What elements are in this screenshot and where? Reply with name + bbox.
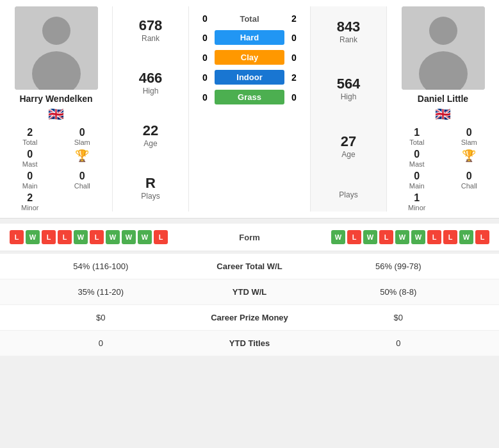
indoor-left-score: 0 <box>195 72 215 83</box>
left-player-name: Harry Wendelken <box>19 94 92 104</box>
right-form-badges: WLWLWWLLWL <box>288 230 490 244</box>
total-label: Total <box>215 14 284 24</box>
career-stat-row: 35% (11-20)YTD W/L50% (8-8) <box>0 279 499 305</box>
left-sl-3: Main <box>22 182 38 190</box>
indoor-right-score: 2 <box>284 72 304 83</box>
indoor-row: 0 Indoor 2 <box>195 67 304 87</box>
form-badge-right: L <box>443 230 457 244</box>
form-badge-left: W <box>138 230 152 244</box>
left-mid-panel: 678 Rank 466 High 22 Age R Plays <box>112 6 189 212</box>
left-trophy-item: 🏆 <box>59 149 106 168</box>
form-badge-left: W <box>74 230 88 244</box>
left-rank-value: 678 <box>139 17 163 34</box>
left-player-stats: 2Total0Slam0Mast🏆0Main0Chall2Minor <box>3 127 109 212</box>
form-badge-left: L <box>10 230 24 244</box>
grass-row: 0 Grass 0 <box>195 87 304 107</box>
career-stat-row: $0Career Prize Money$0 <box>0 305 499 331</box>
left-stat-item: 2Total <box>6 127 54 146</box>
right-high-value: 564 <box>337 76 361 92</box>
form-badge-right: L <box>347 230 361 244</box>
svg-point-4 <box>429 17 457 45</box>
clay-row: 0 Clay 0 <box>195 47 304 67</box>
right-player-silhouette <box>402 6 485 90</box>
right-age-value: 27 <box>341 133 356 150</box>
left-sl-4: Chall <box>74 182 90 190</box>
grass-right-score: 0 <box>284 92 304 103</box>
hard-left-score: 0 <box>195 33 215 43</box>
right-high-stat: 564 High <box>337 72 361 105</box>
left-form-badges: LWLLWLWWWL <box>10 230 211 244</box>
left-sl-1: Slam <box>74 138 90 146</box>
left-mast-v: 0 <box>27 149 33 160</box>
left-rank-label: Rank <box>142 34 160 43</box>
hard-badge: Hard <box>215 30 284 45</box>
rs-main: 0Main <box>393 170 441 190</box>
left-player-flag: 🇬🇧 <box>48 106 64 122</box>
left-sv-4: 0 <box>79 170 85 182</box>
courts-panel: 0 Total 2 0 Hard 0 0 Clay 0 0 Indoor 2 0 <box>189 6 310 212</box>
right-player-flag: 🇬🇧 <box>435 106 451 122</box>
left-age-label: Age <box>143 139 157 148</box>
career-stats-section: 54% (116-100)Career Total W/L56% (99-78)… <box>0 254 499 356</box>
left-player-card: Harry Wendelken 🇬🇧 2Total0Slam0Mast🏆0Mai… <box>0 6 112 212</box>
form-badge-left: L <box>154 230 168 244</box>
left-plays-label: Plays <box>141 192 160 201</box>
career-stat-label: YTD W/L <box>192 287 307 297</box>
left-high-label: High <box>143 87 159 95</box>
indoor-badge: Indoor <box>215 70 284 85</box>
left-high-value: 466 <box>139 70 163 87</box>
left-stat-item: 0Chall <box>59 170 106 190</box>
total-row: 0 Total 2 <box>195 10 304 28</box>
left-plays-stat: R Plays <box>141 171 160 204</box>
rs-slam: 0Slam <box>446 127 493 146</box>
form-badge-left: L <box>90 230 104 244</box>
rs-chall: 0Chall <box>446 170 493 190</box>
right-trophy-icon2: 🏆 <box>462 149 476 163</box>
grass-left-score: 0 <box>195 92 215 103</box>
left-sv-5: 2 <box>27 192 33 204</box>
form-badge-right: W <box>411 230 425 244</box>
right-player-photo <box>402 6 485 90</box>
right-mid-panel: 843 Rank 564 High 27 Age Plays <box>310 6 387 212</box>
career-stat-left: 54% (116-100) <box>10 261 192 271</box>
rs-minor: 1Minor <box>393 192 441 212</box>
total-left-score: 0 <box>195 13 215 24</box>
hard-right-score: 0 <box>284 33 304 43</box>
right-rank-stat: 843 Rank <box>337 15 361 48</box>
career-stat-row: 54% (116-100)Career Total W/L56% (99-78) <box>0 254 499 279</box>
left-sl-0: Total <box>22 138 37 146</box>
right-player-stats: 1Total 0Slam 0Mast 🏆 0Main 0Chall 1Minor <box>390 127 496 212</box>
left-high-stat: 466 High <box>139 66 163 99</box>
career-stat-right: 56% (99-78) <box>307 261 490 271</box>
form-badge-right: L <box>379 230 393 244</box>
right-rank-value: 843 <box>337 19 361 35</box>
total-right-score: 2 <box>284 13 304 24</box>
clay-badge: Clay <box>215 50 284 65</box>
player-comparison: Harry Wendelken 🇬🇧 2Total0Slam0Mast🏆0Mai… <box>0 0 499 219</box>
left-stat-item: 0Main <box>6 170 54 190</box>
form-badge-left: W <box>106 230 120 244</box>
left-sv-3: 0 <box>27 170 33 182</box>
career-stat-left: 0 <box>10 338 192 348</box>
clay-left-score: 0 <box>195 53 215 63</box>
left-sv-1: 0 <box>79 127 85 138</box>
career-stat-right: 50% (8-8) <box>307 287 490 297</box>
form-label: Form <box>211 233 288 242</box>
form-badge-left: L <box>42 230 56 244</box>
career-stat-left: $0 <box>10 313 192 322</box>
form-badge-right: W <box>363 230 377 244</box>
grass-badge: Grass <box>215 90 284 104</box>
left-sl-5: Minor <box>21 204 39 212</box>
right-rank-label: Rank <box>339 35 357 44</box>
form-badge-right: W <box>395 230 409 244</box>
main-container: Harry Wendelken 🇬🇧 2Total0Slam0Mast🏆0Mai… <box>0 0 499 356</box>
form-badge-right: L <box>475 230 489 244</box>
left-player-silhouette <box>15 6 98 90</box>
left-trophy-icon: 🏆 <box>75 149 89 163</box>
left-stat-item: 0Slam <box>59 127 106 146</box>
left-age-value: 22 <box>143 122 158 139</box>
left-mast-l: Mast <box>22 160 38 168</box>
right-age-stat: 27 Age <box>341 129 356 163</box>
career-stat-right: $0 <box>307 313 490 322</box>
left-rank-stat: 678 Rank <box>139 13 163 47</box>
